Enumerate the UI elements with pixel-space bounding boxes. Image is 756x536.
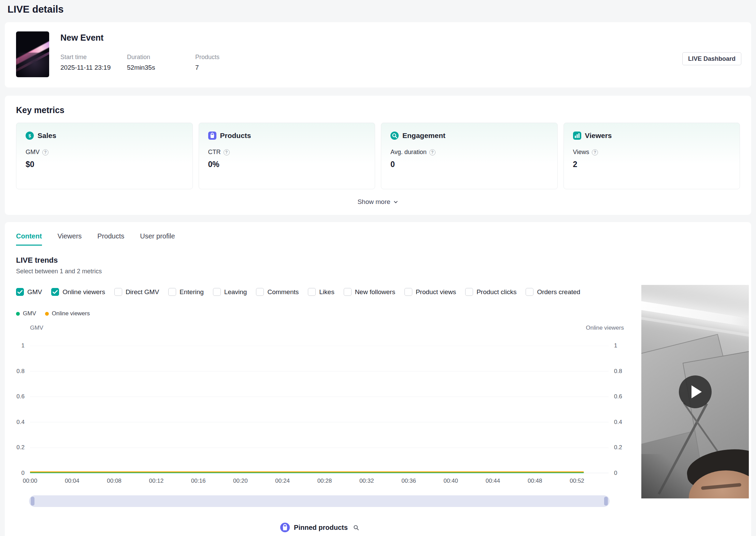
left-axis-title: GMV [30,325,43,331]
content-tabs: ContentViewersProductsUser profile [16,232,740,246]
metric-label: Views? [573,149,731,156]
help-icon[interactable]: ? [429,149,436,155]
checkbox-unchecked[interactable] [465,288,473,296]
metric-option-new-followers[interactable]: New followers [344,288,395,296]
x-axis-tick: 00:12 [149,478,164,484]
metric-option-likes[interactable]: Likes [308,288,334,296]
metric-option-orders-created[interactable]: Orders created [526,288,580,296]
metric-option-label: Likes [319,288,334,296]
live-trends-subtitle: Select between 1 and 2 metrics [16,268,740,275]
y-axis-tick-right: 0.8 [614,368,622,375]
event-thumbnail [16,31,49,77]
show-more-button[interactable]: Show more [16,198,740,206]
metric-option-direct-gmv[interactable]: Direct GMV [114,288,159,296]
metric-name: GMV [26,149,40,156]
checkbox-unchecked[interactable] [256,288,264,296]
metric-option-product-clicks[interactable]: Product clicks [465,288,516,296]
search-icon[interactable] [353,524,360,531]
checkbox-unchecked[interactable] [114,288,122,296]
metric-option-label: Comments [267,288,299,296]
metric-card-header: Engagement [390,132,548,140]
chart-range-slider[interactable] [29,495,610,507]
legend-item-gmv: GMV [16,310,36,317]
metric-card-sales: $SalesGMV?$0 [16,123,193,189]
help-icon[interactable]: ? [42,149,48,155]
metric-card-header: $Sales [26,132,183,140]
key-metrics-title: Key metrics [16,105,740,115]
metric-value: $0 [26,160,183,169]
x-axis-tick: 00:20 [233,478,248,484]
metric-options: GMVOnline viewersDirect GMVEnteringLeavi… [16,288,630,296]
x-axis-tick: 00:00 [23,478,38,484]
checkbox-unchecked[interactable] [168,288,176,296]
metric-card-engagement: EngagementAvg. duration?0 [381,123,558,189]
chart-legend: GMVOnline viewers [16,310,740,317]
live-replay-video-panel[interactable] [641,285,749,498]
metric-option-label: Product clicks [476,288,516,296]
event-field-value: 52min35s [127,64,195,71]
tab-viewers[interactable]: Viewers [58,232,82,246]
tab-content[interactable]: Content [16,232,42,246]
metric-value: 2 [573,160,731,169]
checkbox-unchecked[interactable] [213,288,221,296]
checkbox-unchecked[interactable] [404,288,412,296]
play-button[interactable] [679,375,712,408]
x-axis-tick: 00:40 [443,478,458,484]
y-axis-tick-left: 0.2 [16,444,25,451]
y-axis-tick-left: 0.4 [16,419,25,426]
slider-handle-right[interactable] [604,497,608,506]
legend-item-online-viewers: Online viewers [45,310,90,317]
metric-option-product-views[interactable]: Product views [404,288,456,296]
y-axis-tick-right: 1 [614,342,617,349]
metric-option-leaving[interactable]: Leaving [213,288,247,296]
checkbox-checked[interactable] [51,288,59,296]
metric-option-online-viewers[interactable]: Online viewers [51,288,105,296]
checkbox-unchecked[interactable] [344,288,352,296]
help-icon[interactable]: ? [224,149,230,155]
y-axis-tick-right: 0.4 [614,419,622,426]
checkbox-unchecked[interactable] [308,288,316,296]
metric-option-label: Entering [180,288,204,296]
checkbox-checked[interactable] [16,288,24,296]
axis-titles: GMV Online viewers [16,325,624,331]
svg-text:$: $ [28,133,31,138]
metric-option-gmv[interactable]: GMV [16,288,42,296]
metric-value: 0% [208,160,366,169]
viewers-icon [573,132,581,140]
event-field-value: 2025-11-11 23:19 [60,64,127,71]
products-icon [208,132,216,140]
metric-card-title: Sales [38,132,56,140]
metric-option-label: Online viewers [62,288,105,296]
y-axis-tick-right: 0.6 [614,393,622,400]
metric-card-header: Products [208,132,366,140]
y-axis-tick-left: 0 [22,470,25,477]
live-dashboard-button[interactable]: LIVE Dashboard [682,52,741,65]
x-axis-tick: 00:44 [486,478,500,484]
chevron-down-icon [393,199,399,205]
metric-option-label: Leaving [224,288,247,296]
play-icon [691,385,702,398]
metric-name: CTR [208,149,221,156]
legend-dot [16,312,20,316]
pinned-products-row: Pinned products [16,523,624,532]
help-icon[interactable]: ? [592,149,598,155]
key-metrics-card: Key metrics $SalesGMV?$0ProductsCTR?0%En… [5,96,751,215]
event-field-label: Duration [127,54,195,61]
y-axis-tick-left: 1 [22,342,25,349]
event-name: New Event [60,33,219,43]
y-axis-tick-left: 0.6 [16,393,25,400]
y-axis-tick-right: 0.2 [614,444,622,451]
metric-option-comments[interactable]: Comments [256,288,299,296]
tab-user-profile[interactable]: User profile [140,232,175,246]
x-axis-tick: 00:08 [107,478,122,484]
slider-handle-left[interactable] [31,497,34,506]
y-axis-tick-left: 0.8 [16,368,25,375]
checkbox-unchecked[interactable] [526,288,533,296]
metric-card-products: ProductsCTR?0% [199,123,375,189]
event-info: New Event Start time2025-11-11 23:19Dura… [60,31,219,78]
x-axis-tick: 00:28 [317,478,332,484]
tab-products[interactable]: Products [97,232,124,246]
metric-label: CTR? [208,149,366,156]
metric-option-entering[interactable]: Entering [168,288,204,296]
metric-option-label: Product views [416,288,456,296]
